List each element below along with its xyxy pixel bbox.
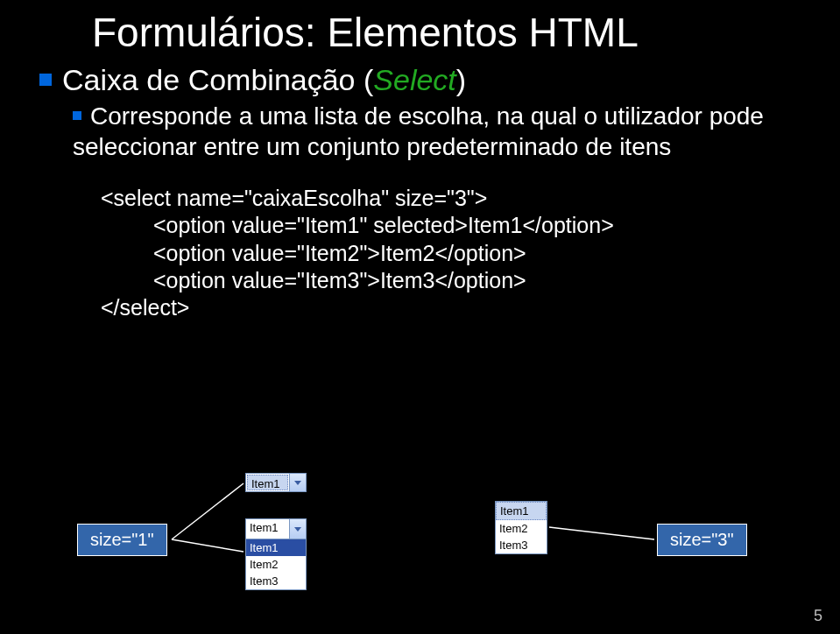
svg-line-2 bbox=[549, 527, 654, 539]
diagram-area: size="1" size="3" Item1 Item1 Item1 Item… bbox=[0, 447, 840, 622]
code-line-opt3: <option value="Item3">Item3</option> bbox=[101, 267, 801, 294]
subtitle-suffix: ) bbox=[456, 63, 466, 96]
code-block: <select name="caixaEscolha" size="3"> <o… bbox=[101, 185, 801, 321]
combobox-option[interactable]: Item3 bbox=[246, 573, 306, 589]
combobox-open-current: Item1 bbox=[246, 519, 289, 539]
code-line-opt1: <option value="Item1" selected>Item1</op… bbox=[101, 212, 801, 239]
listbox-option[interactable]: Item1 bbox=[496, 502, 547, 520]
combobox-closed[interactable]: Item1 bbox=[245, 473, 307, 492]
subtitle-line: Caixa de Combinação (Select) bbox=[39, 63, 801, 97]
bullet-icon bbox=[39, 74, 52, 86]
svg-line-1 bbox=[172, 539, 244, 552]
combobox-option[interactable]: Item1 bbox=[246, 539, 306, 556]
chevron-down-icon bbox=[294, 481, 301, 485]
listbox-option[interactable]: Item2 bbox=[496, 520, 547, 537]
description-line: Corresponde a uma lista de escolha, na q… bbox=[73, 101, 801, 162]
description-text: Corresponde a uma lista de escolha, na q… bbox=[73, 102, 764, 160]
size1-label: size="1" bbox=[77, 524, 167, 556]
combobox-selected-text: Item1 bbox=[247, 475, 288, 490]
dropdown-button[interactable] bbox=[289, 474, 306, 491]
subtitle-prefix: Caixa de Combinação ( bbox=[62, 63, 373, 96]
slide: Formulários: Elementos HTML Caixa de Com… bbox=[0, 0, 840, 634]
size3-label: size="3" bbox=[657, 524, 747, 556]
chevron-down-icon bbox=[294, 527, 301, 532]
listbox-size3[interactable]: Item1 Item2 Item3 bbox=[495, 501, 547, 554]
slide-title: Formulários: Elementos HTML bbox=[92, 9, 801, 56]
code-line-open: <select name="caixaEscolha" size="3"> bbox=[101, 185, 801, 212]
page-number: 5 bbox=[814, 607, 822, 625]
listbox-option[interactable]: Item3 bbox=[496, 537, 547, 553]
combobox-open[interactable]: Item1 Item1 Item2 Item3 bbox=[245, 518, 307, 590]
subtitle-select-word: Select bbox=[373, 63, 456, 96]
bullet-icon bbox=[73, 111, 81, 120]
combobox-option[interactable]: Item2 bbox=[246, 556, 306, 573]
code-line-opt2: <option value="Item2">Item2</option> bbox=[101, 240, 801, 267]
combobox-open-top: Item1 bbox=[246, 519, 306, 539]
combobox-option-list: Item1 Item2 Item3 bbox=[246, 539, 306, 589]
svg-line-0 bbox=[172, 483, 244, 539]
code-line-close: </select> bbox=[101, 294, 801, 321]
dropdown-button[interactable] bbox=[289, 519, 306, 539]
